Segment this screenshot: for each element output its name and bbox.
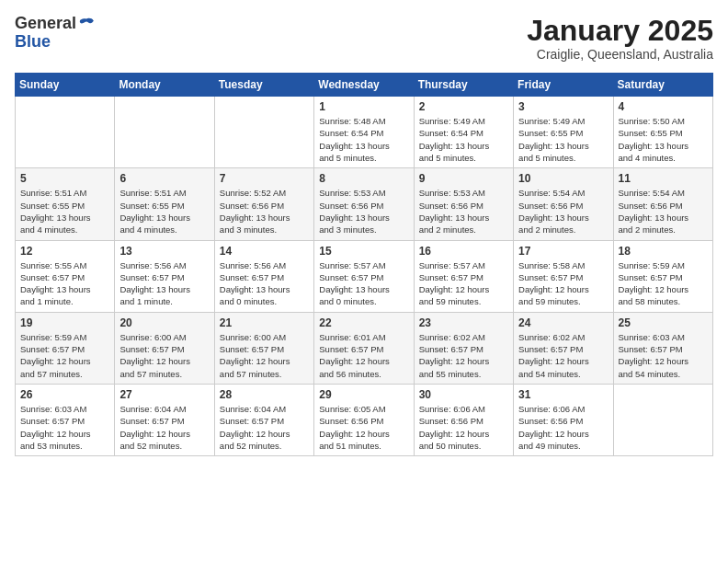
- day-number: 29: [319, 388, 408, 401]
- logo-general: General: [15, 15, 76, 33]
- calendar-cell: 25Sunrise: 6:03 AM Sunset: 6:57 PM Dayli…: [613, 312, 712, 384]
- day-info: Sunrise: 6:03 AM Sunset: 6:57 PM Dayligh…: [20, 403, 109, 452]
- day-info: Sunrise: 5:50 AM Sunset: 6:55 PM Dayligh…: [619, 115, 708, 164]
- day-info: Sunrise: 6:02 AM Sunset: 6:57 PM Dayligh…: [518, 331, 608, 380]
- day-info: Sunrise: 5:54 AM Sunset: 6:56 PM Dayligh…: [518, 187, 608, 236]
- day-number: 1: [319, 100, 408, 113]
- day-info: Sunrise: 5:59 AM Sunset: 6:57 PM Dayligh…: [619, 259, 708, 308]
- day-number: 16: [419, 245, 508, 258]
- day-info: Sunrise: 5:59 AM Sunset: 6:57 PM Dayligh…: [20, 331, 109, 380]
- day-number: 13: [119, 245, 209, 258]
- calendar-cell: 26Sunrise: 6:03 AM Sunset: 6:57 PM Dayli…: [16, 384, 115, 455]
- day-info: Sunrise: 6:02 AM Sunset: 6:57 PM Dayligh…: [419, 331, 508, 380]
- logo-blue: Blue: [15, 33, 95, 52]
- day-info: Sunrise: 6:01 AM Sunset: 6:57 PM Dayligh…: [319, 331, 408, 380]
- day-number: 8: [319, 172, 408, 185]
- day-number: 6: [119, 172, 209, 185]
- calendar-cell: 21Sunrise: 6:00 AM Sunset: 6:57 PM Dayli…: [214, 312, 313, 384]
- calendar-cell: [214, 97, 313, 168]
- day-info: Sunrise: 5:51 AM Sunset: 6:55 PM Dayligh…: [20, 187, 109, 236]
- location-subtitle: Craiglie, Queensland, Australia: [527, 47, 713, 62]
- weekday-header-tuesday: Tuesday: [214, 74, 313, 97]
- day-info: Sunrise: 5:58 AM Sunset: 6:57 PM Dayligh…: [518, 259, 608, 308]
- day-info: Sunrise: 5:56 AM Sunset: 6:57 PM Dayligh…: [119, 259, 209, 308]
- day-number: 4: [619, 100, 708, 113]
- logo: General Blue: [15, 15, 95, 52]
- day-info: Sunrise: 5:48 AM Sunset: 6:54 PM Dayligh…: [319, 115, 408, 164]
- day-number: 23: [419, 316, 508, 329]
- weekday-header-monday: Monday: [115, 74, 214, 97]
- day-info: Sunrise: 6:06 AM Sunset: 6:56 PM Dayligh…: [518, 403, 608, 452]
- calendar-cell: 1Sunrise: 5:48 AM Sunset: 6:54 PM Daylig…: [314, 97, 414, 168]
- weekday-header-friday: Friday: [514, 74, 613, 97]
- day-info: Sunrise: 6:03 AM Sunset: 6:57 PM Dayligh…: [619, 331, 708, 380]
- day-info: Sunrise: 5:49 AM Sunset: 6:55 PM Dayligh…: [518, 115, 608, 164]
- month-title: January 2025: [527, 15, 713, 47]
- day-info: Sunrise: 5:49 AM Sunset: 6:54 PM Dayligh…: [419, 115, 508, 164]
- weekday-header-thursday: Thursday: [414, 74, 513, 97]
- calendar-cell: 17Sunrise: 5:58 AM Sunset: 6:57 PM Dayli…: [514, 240, 613, 312]
- calendar-cell: [613, 384, 712, 455]
- day-number: 20: [119, 316, 209, 329]
- day-number: 7: [220, 172, 309, 185]
- day-info: Sunrise: 5:54 AM Sunset: 6:56 PM Dayligh…: [619, 187, 708, 236]
- calendar-cell: 2Sunrise: 5:49 AM Sunset: 6:54 PM Daylig…: [414, 97, 513, 168]
- calendar-table: SundayMondayTuesdayWednesdayThursdayFrid…: [15, 73, 713, 456]
- weekday-header-saturday: Saturday: [613, 74, 712, 97]
- calendar-cell: 20Sunrise: 6:00 AM Sunset: 6:57 PM Dayli…: [115, 312, 214, 384]
- day-info: Sunrise: 5:57 AM Sunset: 6:57 PM Dayligh…: [419, 259, 508, 308]
- calendar-cell: 14Sunrise: 5:56 AM Sunset: 6:57 PM Dayli…: [214, 240, 313, 312]
- calendar-cell: 13Sunrise: 5:56 AM Sunset: 6:57 PM Dayli…: [115, 240, 214, 312]
- day-info: Sunrise: 5:56 AM Sunset: 6:57 PM Dayligh…: [220, 259, 309, 308]
- calendar-cell: 6Sunrise: 5:51 AM Sunset: 6:55 PM Daylig…: [115, 168, 214, 240]
- calendar-cell: 27Sunrise: 6:04 AM Sunset: 6:57 PM Dayli…: [115, 384, 214, 455]
- weekday-header-wednesday: Wednesday: [314, 74, 414, 97]
- day-number: 5: [20, 172, 109, 185]
- title-block: January 2025 Craiglie, Queensland, Austr…: [527, 15, 713, 62]
- day-info: Sunrise: 5:52 AM Sunset: 6:56 PM Dayligh…: [220, 187, 309, 236]
- calendar-cell: 22Sunrise: 6:01 AM Sunset: 6:57 PM Dayli…: [314, 312, 414, 384]
- calendar-cell: 4Sunrise: 5:50 AM Sunset: 6:55 PM Daylig…: [613, 97, 712, 168]
- calendar-cell: 5Sunrise: 5:51 AM Sunset: 6:55 PM Daylig…: [16, 168, 115, 240]
- day-number: 17: [518, 245, 608, 258]
- day-number: 26: [20, 388, 109, 401]
- day-info: Sunrise: 5:53 AM Sunset: 6:56 PM Dayligh…: [419, 187, 508, 236]
- calendar-cell: 7Sunrise: 5:52 AM Sunset: 6:56 PM Daylig…: [214, 168, 313, 240]
- day-info: Sunrise: 5:57 AM Sunset: 6:57 PM Dayligh…: [319, 259, 408, 308]
- day-number: 15: [319, 245, 408, 258]
- day-info: Sunrise: 6:00 AM Sunset: 6:57 PM Dayligh…: [119, 331, 209, 380]
- calendar-cell: 31Sunrise: 6:06 AM Sunset: 6:56 PM Dayli…: [514, 384, 613, 455]
- calendar-week-row: 5Sunrise: 5:51 AM Sunset: 6:55 PM Daylig…: [16, 168, 713, 240]
- day-info: Sunrise: 6:05 AM Sunset: 6:56 PM Dayligh…: [319, 403, 408, 452]
- day-number: 28: [220, 388, 309, 401]
- calendar-cell: 15Sunrise: 5:57 AM Sunset: 6:57 PM Dayli…: [314, 240, 414, 312]
- calendar-cell: 16Sunrise: 5:57 AM Sunset: 6:57 PM Dayli…: [414, 240, 513, 312]
- day-number: 9: [419, 172, 508, 185]
- day-number: 19: [20, 316, 109, 329]
- calendar-cell: 24Sunrise: 6:02 AM Sunset: 6:57 PM Dayli…: [514, 312, 613, 384]
- day-info: Sunrise: 6:04 AM Sunset: 6:57 PM Dayligh…: [220, 403, 309, 452]
- day-info: Sunrise: 6:06 AM Sunset: 6:56 PM Dayligh…: [419, 403, 508, 452]
- day-number: 18: [619, 245, 708, 258]
- day-number: 2: [419, 100, 508, 113]
- calendar-header-row: SundayMondayTuesdayWednesdayThursdayFrid…: [16, 74, 713, 97]
- calendar-cell: 23Sunrise: 6:02 AM Sunset: 6:57 PM Dayli…: [414, 312, 513, 384]
- day-number: 14: [220, 245, 309, 258]
- day-number: 11: [619, 172, 708, 185]
- calendar-week-row: 19Sunrise: 5:59 AM Sunset: 6:57 PM Dayli…: [16, 312, 713, 384]
- day-number: 24: [518, 316, 608, 329]
- calendar-cell: 30Sunrise: 6:06 AM Sunset: 6:56 PM Dayli…: [414, 384, 513, 455]
- day-number: 31: [518, 388, 608, 401]
- calendar-cell: [16, 97, 115, 168]
- calendar-cell: 29Sunrise: 6:05 AM Sunset: 6:56 PM Dayli…: [314, 384, 414, 455]
- day-info: Sunrise: 6:04 AM Sunset: 6:57 PM Dayligh…: [119, 403, 209, 452]
- day-number: 22: [319, 316, 408, 329]
- day-number: 27: [119, 388, 209, 401]
- calendar-cell: 8Sunrise: 5:53 AM Sunset: 6:56 PM Daylig…: [314, 168, 414, 240]
- calendar-week-row: 1Sunrise: 5:48 AM Sunset: 6:54 PM Daylig…: [16, 97, 713, 168]
- logo-bird-icon: [78, 16, 95, 32]
- day-number: 10: [518, 172, 608, 185]
- calendar-cell: 11Sunrise: 5:54 AM Sunset: 6:56 PM Dayli…: [613, 168, 712, 240]
- calendar-cell: 28Sunrise: 6:04 AM Sunset: 6:57 PM Dayli…: [214, 384, 313, 455]
- day-number: 25: [619, 316, 708, 329]
